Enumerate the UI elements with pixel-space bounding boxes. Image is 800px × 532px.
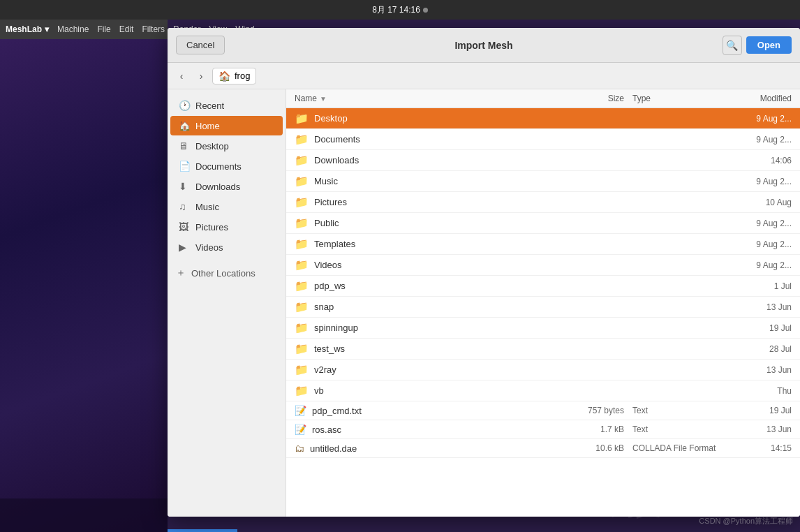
table-row[interactable]: 📝pdp_cmd.txt757 bytesText19 Jul — [286, 401, 800, 420]
table-row[interactable]: 📁Pictures10 Aug — [286, 192, 800, 213]
sidebar-item-downloads[interactable]: ⬇ Downloads — [170, 177, 283, 196]
file-modified: 9 Aug 2... — [736, 219, 792, 228]
file-name: Pictures — [314, 197, 568, 207]
cancel-button[interactable]: Cancel — [176, 36, 225, 54]
app-menubar: MeshLab ▾ Machine File Edit Filters Rend… — [0, 20, 168, 39]
table-row[interactable]: 📁pdp_ws1 Jul — [286, 276, 800, 297]
nav-forward-button[interactable]: › — [193, 68, 209, 84]
search-button[interactable]: 🔍 — [723, 36, 742, 55]
header-modified[interactable]: Modified — [736, 94, 792, 103]
file-name: Templates — [314, 239, 568, 249]
folder-icon: 📁 — [295, 279, 309, 293]
file-modified: 13 Jun — [736, 424, 792, 434]
file-modified: 28 Jul — [736, 344, 792, 354]
table-row[interactable]: 📁Downloads14:06 — [286, 150, 800, 171]
sidebar-item-other-locations[interactable]: ＋ Other Locations — [168, 263, 286, 283]
folder-icon: 📁 — [295, 237, 309, 251]
import-mesh-dialog: Cancel Import Mesh 🔍 Open ‹ › 🏠 frog 🕐 R… — [168, 28, 800, 517]
table-row[interactable]: 📁vbThu — [286, 380, 800, 401]
sidebar-item-desktop[interactable]: 🖥 Desktop — [170, 136, 283, 156]
sidebar-item-music[interactable]: ♫ Music — [170, 197, 283, 216]
sidebar-item-pictures[interactable]: 🖼 Pictures — [170, 217, 283, 237]
table-row[interactable]: 📁Videos9 Aug 2... — [286, 255, 800, 276]
topbar-datetime: 8月 17 14:16 — [372, 4, 420, 16]
file-type: Text — [624, 424, 736, 434]
header-type[interactable]: Type — [624, 94, 736, 103]
file-rows-container: 📁Desktop9 Aug 2...📁Documents9 Aug 2...📁D… — [286, 108, 800, 458]
file-name: pdp_ws — [314, 281, 568, 291]
file-name: pdp_cmd.txt — [312, 406, 568, 416]
file-modified: 19 Jul — [736, 406, 792, 415]
sidebar-label-desktop: Desktop — [195, 141, 229, 152]
menu-edit[interactable]: Edit — [119, 24, 134, 34]
header-size[interactable]: Size — [568, 94, 624, 103]
file-name: untitled.dae — [310, 443, 568, 454]
music-icon: ♫ — [179, 201, 190, 212]
file-modified: 14:06 — [736, 156, 792, 165]
file-modified: 9 Aug 2... — [736, 177, 792, 186]
table-row[interactable]: 📁Documents9 Aug 2... — [286, 129, 800, 150]
menu-filters[interactable]: Filters — [142, 24, 165, 34]
file-modified: 9 Aug 2... — [736, 260, 792, 270]
file-size: 757 bytes — [568, 406, 624, 415]
downloads-icon: ⬇ — [179, 181, 190, 192]
header-name[interactable]: Name ▼ — [295, 94, 568, 103]
file-list-header: Name ▼ Size Type Modified — [286, 89, 800, 108]
file-name: test_ws — [314, 343, 568, 354]
table-row[interactable]: 📝ros.asc1.7 kBText13 Jun — [286, 420, 800, 439]
folder-icon: 📁 — [295, 321, 309, 334]
sort-icon: ▼ — [320, 95, 327, 103]
menu-machine[interactable]: Machine — [57, 24, 89, 34]
sidebar-label-home: Home — [195, 121, 220, 131]
table-row[interactable]: 🗂untitled.dae10.6 kBCOLLADA File Format1… — [286, 439, 800, 458]
sidebar-label-other-locations: Other Locations — [191, 268, 255, 279]
sidebar-item-videos[interactable]: ▶ Videos — [170, 237, 283, 257]
file-name: ros.asc — [312, 424, 568, 435]
file-name: v2ray — [314, 364, 568, 375]
sidebar-item-home[interactable]: 🏠 Home — [170, 116, 283, 135]
file-name: Videos — [314, 260, 568, 270]
content-area: 🕐 Recent 🏠 Home 🖥 Desktop 📄 Documents ⬇ — [168, 89, 800, 517]
topbar: 8月 17 14:16 — [0, 0, 800, 20]
sidebar: 🕐 Recent 🏠 Home 🖥 Desktop 📄 Documents ⬇ — [168, 89, 286, 517]
csdn-watermark: CSDN @Python算法工程师 — [699, 516, 793, 526]
sidebar-label-documents: Documents — [195, 161, 242, 172]
folder-icon: 📁 — [295, 216, 309, 230]
table-row[interactable]: 📁Music9 Aug 2... — [286, 171, 800, 192]
file-name: Downloads — [314, 155, 568, 165]
sidebar-label-pictures: Pictures — [195, 222, 228, 232]
table-row[interactable]: 📁snap13 Jun — [286, 297, 800, 318]
add-icon: ＋ — [176, 267, 186, 279]
file-name: spinningup — [314, 323, 568, 333]
file-modified: 9 Aug 2... — [736, 114, 792, 124]
file-modified: 19 Jul — [736, 323, 792, 333]
table-row[interactable]: 📁spinningup19 Jul — [286, 318, 800, 339]
folder-icon: 📁 — [295, 133, 309, 146]
table-row[interactable]: 📁v2ray13 Jun — [286, 360, 800, 380]
nav-back-button[interactable]: ‹ — [173, 68, 190, 84]
dae-icon: 🗂 — [295, 443, 304, 454]
file-name: Public — [314, 218, 568, 228]
pictures-icon: 🖼 — [179, 221, 190, 232]
sidebar-item-documents[interactable]: 📄 Documents — [170, 156, 283, 176]
file-modified: 10 Aug — [736, 198, 792, 207]
desktop-taskbar — [0, 498, 168, 532]
progress-bar — [168, 529, 237, 532]
table-row[interactable]: 📁Templates9 Aug 2... — [286, 234, 800, 255]
desktop-background — [0, 0, 168, 532]
table-row[interactable]: 📁Desktop9 Aug 2... — [286, 108, 800, 129]
file-modified: 13 Jun — [736, 302, 792, 312]
menu-file[interactable]: File — [97, 24, 110, 34]
file-modified: 9 Aug 2... — [736, 135, 792, 145]
folder-icon: 📁 — [295, 112, 309, 125]
text-icon: 📝 — [295, 424, 306, 435]
table-row[interactable]: 📁test_ws28 Jul — [286, 339, 800, 360]
file-type: Text — [624, 406, 736, 415]
sidebar-item-recent[interactable]: 🕐 Recent — [170, 96, 283, 115]
open-button[interactable]: Open — [746, 36, 792, 54]
dialog-header: Cancel Import Mesh 🔍 Open — [168, 28, 800, 63]
table-row[interactable]: 📁Public9 Aug 2... — [286, 213, 800, 234]
folder-icon: 📁 — [295, 175, 309, 188]
sidebar-label-videos: Videos — [195, 242, 223, 253]
file-modified: Thu — [736, 386, 792, 396]
